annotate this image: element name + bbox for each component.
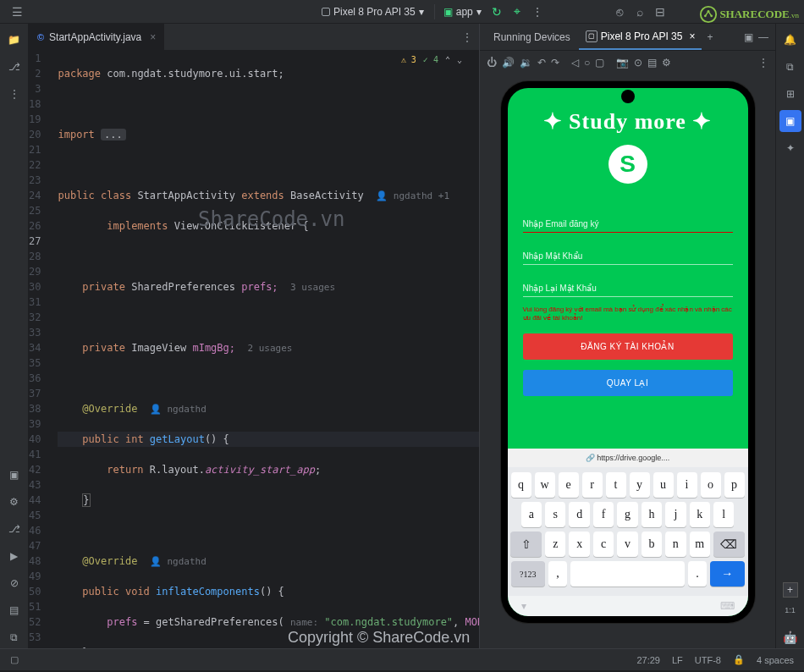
phone-screen[interactable]: ✦ Study more ✦ S Vui lòng đăng ký với em…	[508, 88, 748, 616]
nav-keyboard-icon[interactable]: ⌨	[720, 600, 735, 612]
debug-icon[interactable]: ⌖	[507, 2, 527, 22]
tab-running-devices[interactable]: Running Devices	[487, 25, 577, 50]
comma-key[interactable]: ,	[548, 561, 567, 587]
key-p[interactable]: p	[724, 472, 745, 498]
period-key[interactable]: .	[688, 561, 707, 587]
cursor-position[interactable]: 27:29	[636, 655, 660, 665]
minimize-icon[interactable]: —	[758, 31, 768, 43]
ai-icon[interactable]: ✦	[779, 137, 801, 159]
run-config-selector[interactable]: ▣ app ▾	[438, 4, 487, 19]
vcs-icon[interactable]: ⧉	[3, 626, 25, 648]
close-icon[interactable]: ×	[689, 30, 695, 42]
key-y[interactable]: y	[630, 472, 650, 498]
gradle-icon[interactable]: ⧉	[779, 56, 801, 78]
screenshot-icon[interactable]: 📷	[616, 57, 629, 69]
power-icon[interactable]: ⏻	[487, 57, 497, 69]
key-j[interactable]: j	[665, 502, 686, 527]
close-tab-icon[interactable]: ×	[150, 31, 156, 43]
key-w[interactable]: w	[535, 472, 555, 498]
key-r[interactable]: r	[582, 472, 603, 498]
device-selector[interactable]: Pixel 8 Pro API 35 ▾	[315, 4, 431, 19]
enter-key[interactable]: →	[710, 561, 745, 587]
device-manager-icon[interactable]: ▣	[779, 110, 801, 132]
code-viewport[interactable]: ⚠ 3 ✓ 4 ⌃⌄ 12318192021222324252627282930…	[29, 51, 479, 648]
window-icon[interactable]: ▣	[744, 31, 753, 43]
key-s[interactable]: s	[545, 502, 565, 527]
tool-icon-2[interactable]: ⌕	[630, 2, 650, 22]
logcat-icon[interactable]: ▤	[3, 599, 25, 621]
key-i[interactable]: i	[677, 472, 697, 498]
code-text[interactable]: package com.ngdat.studymore.ui.start; im…	[54, 51, 479, 648]
settings-icon[interactable]: ⚙	[662, 57, 671, 69]
key-g[interactable]: g	[617, 502, 637, 527]
key-x[interactable]: x	[569, 532, 589, 557]
record-icon[interactable]: ⊙	[634, 57, 642, 69]
zoom-label[interactable]: 1:1	[785, 606, 796, 614]
file-tab[interactable]: © StartAppActivity.java ×	[29, 24, 164, 51]
shift-key[interactable]: ⇧	[510, 532, 542, 557]
add-device-icon[interactable]: +	[707, 31, 713, 43]
device-name: Pixel 8 Pro API 35	[333, 6, 416, 18]
password-input[interactable]	[523, 245, 733, 265]
confirm-password-input[interactable]	[523, 277, 733, 297]
more-icon[interactable]: ⋮	[758, 57, 768, 69]
register-button[interactable]: ĐĂNG KÝ TÀI KHOẢN	[523, 333, 733, 360]
back-button[interactable]: QUAY LẠI	[523, 370, 733, 396]
key-o[interactable]: o	[701, 472, 721, 498]
tab-menu-icon[interactable]: ⋮	[462, 31, 472, 43]
key-c[interactable]: c	[593, 532, 614, 557]
key-q[interactable]: q	[511, 472, 531, 498]
problems-icon[interactable]: ⊘	[3, 572, 25, 594]
numeric-key[interactable]: ?123	[511, 561, 546, 587]
git-icon[interactable]: ⎇	[3, 518, 25, 540]
rotate-r-icon[interactable]: ↷	[551, 57, 559, 69]
build-icon[interactable]: ⚙	[3, 491, 25, 513]
device-frame-icon	[322, 8, 330, 16]
line-separator[interactable]: LF	[672, 655, 683, 665]
key-u[interactable]: u	[653, 472, 674, 498]
key-e[interactable]: e	[559, 472, 579, 498]
back-icon[interactable]: ◁	[571, 57, 579, 69]
tool-icon-1[interactable]: ⎋	[609, 2, 630, 22]
run-pane-icon[interactable]: ▶	[3, 545, 25, 567]
tool-icon-3[interactable]: ⊟	[650, 2, 670, 22]
structure-icon[interactable]: ⋮	[3, 83, 25, 105]
key-d[interactable]: d	[569, 502, 589, 527]
url-suggestion[interactable]: 🔗 https://drive.google....	[508, 449, 748, 467]
more-icon[interactable]: ⋮	[527, 2, 548, 22]
key-l[interactable]: l	[713, 502, 734, 527]
notifications-icon[interactable]: 🔔	[779, 29, 801, 51]
key-k[interactable]: k	[690, 502, 710, 527]
vol-dn-icon[interactable]: 🔉	[520, 57, 532, 69]
key-z[interactable]: z	[545, 532, 565, 557]
key-m[interactable]: m	[690, 532, 710, 557]
zoom-in-icon[interactable]: +	[783, 582, 798, 598]
display-icon[interactable]: ▤	[647, 57, 657, 69]
tab-device-instance[interactable]: ▢ Pixel 8 Pro API 35 ×	[579, 25, 702, 50]
file-encoding[interactable]: UTF-8	[695, 655, 721, 665]
menu-icon[interactable]: ☰	[7, 2, 27, 22]
home-icon[interactable]: ○	[584, 57, 590, 69]
key-t[interactable]: t	[606, 472, 626, 498]
indent-info[interactable]: 4 spaces	[757, 655, 794, 665]
readonly-icon[interactable]: 🔒	[733, 654, 745, 665]
commit-icon[interactable]: ⎇	[3, 56, 25, 78]
rotate-l-icon[interactable]: ↶	[537, 57, 546, 69]
key-b[interactable]: b	[642, 532, 662, 557]
key-v[interactable]: v	[617, 532, 637, 557]
key-h[interactable]: h	[642, 502, 662, 527]
inspector-icon[interactable]: ⊞	[779, 83, 801, 105]
key-f[interactable]: f	[593, 502, 614, 527]
bot-icon[interactable]: 🤖	[779, 626, 801, 648]
key-a[interactable]: a	[521, 502, 542, 527]
space-key[interactable]	[570, 561, 685, 587]
nav-down-icon[interactable]: ▾	[521, 600, 526, 612]
reload-icon[interactable]: ↻	[487, 2, 507, 22]
project-icon[interactable]: 📁	[3, 29, 25, 51]
vol-up-icon[interactable]: 🔊	[502, 57, 515, 69]
terminal-icon[interactable]: ▣	[3, 464, 25, 486]
key-n[interactable]: n	[665, 532, 686, 557]
backspace-key[interactable]: ⌫	[713, 532, 745, 557]
overview-icon[interactable]: ▢	[595, 57, 604, 69]
email-input[interactable]	[523, 212, 733, 233]
